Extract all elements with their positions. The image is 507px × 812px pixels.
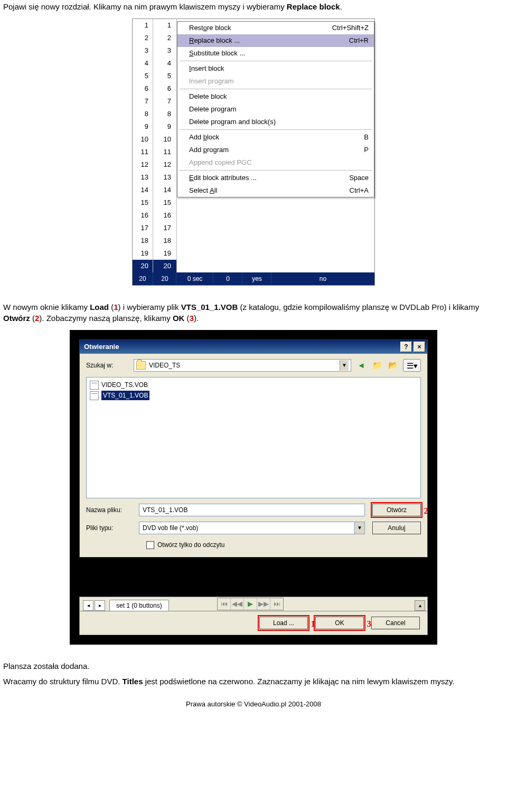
back-icon[interactable]: ◄ — [355, 359, 367, 371]
screenshot-context-menu: 1234567891011121314151617181920 12345678… — [132, 18, 375, 286]
mid-paragraph: W nowym oknie klikamy Load (1) i wybiera… — [3, 301, 504, 324]
tab-scroll-right[interactable]: ▸ — [95, 600, 105, 611]
readonly-checkbox[interactable] — [146, 541, 154, 549]
new-folder-icon[interactable]: 📂 — [387, 359, 399, 371]
readonly-label: Otwórz tylko do odczytu — [157, 541, 224, 550]
dialog-title: Otwieranie — [84, 342, 399, 352]
prev-icon[interactable]: ⏮ — [218, 598, 231, 610]
dialog-titlebar: Otwieranie ? × — [80, 340, 427, 354]
menu-select-all[interactable]: Select AllCtrl+A — [177, 184, 374, 197]
menu-substitute-block[interactable]: Substitute block ... — [177, 47, 374, 60]
lookin-label: Szukaj w: — [86, 361, 134, 370]
menu-restore-block[interactable]: Restore blockCtrl+Shift+Z — [177, 22, 374, 34]
menu-add-block[interactable]: Add blockB — [177, 131, 374, 144]
chevron-down-icon[interactable]: ▼ — [340, 360, 349, 371]
ffwd-icon[interactable]: ▶▶ — [257, 598, 270, 610]
filetype-combo[interactable]: DVD vob file (*.vob) ▼ — [139, 522, 365, 534]
menu-replace-block[interactable]: Replace block ...Ctrl+R — [177, 34, 374, 47]
rewind-icon[interactable]: ◀◀ — [231, 598, 244, 610]
filetype-label: Pliki typu: — [86, 524, 139, 533]
intro-bold: Replace block — [287, 2, 340, 11]
player-bar: ◂ ▸ set 1 (0 buttons) ⏮ ◀◀ ▶ ▶▶ ⏭ ▴ Load… — [79, 597, 428, 635]
cancel-button[interactable]: Cancel — [371, 617, 420, 629]
ok-button[interactable]: OK — [315, 617, 364, 629]
scrollbar-up-icon[interactable]: ▴ — [415, 600, 425, 611]
open-button[interactable]: Otwórz — [372, 504, 421, 516]
row-number-column-1: 1234567891011121314151617181920 — [133, 19, 153, 272]
intro-text: Pojawi się nowy rozdział. Klikamy na nim… — [3, 2, 285, 11]
lookin-value: VIDEO_TS — [149, 361, 340, 370]
ok-button-highlight: OK 3 — [315, 617, 364, 629]
next-icon[interactable]: ⏭ — [270, 598, 283, 610]
vcr-controls: ⏮ ◀◀ ▶ ▶▶ ⏭ — [217, 598, 284, 610]
views-icon[interactable]: ☰▾ — [403, 359, 421, 372]
cancel-button[interactable]: Anuluj — [372, 522, 421, 534]
file-row-selected[interactable]: VTS_01_1.VOB — [90, 390, 417, 401]
menu-insert-block[interactable]: Insert block — [177, 62, 374, 75]
annotation-2: 2 — [424, 505, 429, 517]
context-menu: Restore blockCtrl+Shift+Z Replace block … — [177, 21, 374, 197]
selected-row-data: 20 20 0 sec 0 yes no — [133, 272, 374, 285]
menu-delete-program[interactable]: Delete program — [177, 103, 374, 116]
load-button-highlight: Load ... 1 — [259, 617, 308, 629]
outro-p1: Plansza została dodana. — [3, 660, 504, 672]
file-list[interactable]: VIDEO_TS.VOB VTS_01_1.VOB — [86, 377, 421, 498]
intro-paragraph: Pojawi się nowy rozdział. Klikamy na nim… — [3, 1, 504, 12]
play-icon[interactable]: ▶ — [244, 598, 257, 610]
menu-edit-attributes[interactable]: Edit block attributes ...Space — [177, 172, 374, 184]
filename-label: Nazwa pliku: — [86, 506, 139, 515]
load-button[interactable]: Load ... — [259, 617, 308, 629]
outro-p2: Wracamy do struktury filmu DVD. Titles j… — [3, 676, 504, 687]
menu-delete-program-blocks[interactable]: Delete program and block(s) — [177, 116, 374, 128]
menu-insert-program: Insert program — [177, 75, 374, 88]
annotation-1: 1 — [311, 618, 316, 630]
folder-icon — [136, 361, 146, 370]
menu-delete-block[interactable]: Delete block — [177, 90, 374, 103]
filename-input[interactable] — [139, 504, 365, 516]
close-button[interactable]: × — [414, 342, 425, 352]
footer-copyright: Prawa autorskie © VideoAudio.pl 2001-200… — [3, 700, 504, 709]
chevron-down-icon[interactable]: ▼ — [354, 522, 364, 534]
lookin-combo[interactable]: VIDEO_TS ▼ — [134, 359, 351, 372]
file-icon — [90, 381, 99, 390]
open-button-highlight: Otwórz 2 — [372, 504, 421, 516]
screenshot-open-dialog: Otwieranie ? × Szukaj w: VIDEO_TS ▼ ◄ 📁 … — [70, 330, 437, 645]
tab-scroll-left[interactable]: ◂ — [83, 600, 93, 611]
tab-set1[interactable]: set 1 (0 buttons) — [109, 600, 169, 611]
file-row[interactable]: VIDEO_TS.VOB — [90, 380, 417, 390]
file-icon — [90, 391, 99, 400]
up-folder-icon[interactable]: 📁 — [371, 359, 383, 371]
help-button[interactable]: ? — [400, 342, 412, 352]
annotation-3: 3 — [367, 618, 372, 630]
open-file-dialog: Otwieranie ? × Szukaj w: VIDEO_TS ▼ ◄ 📁 … — [79, 339, 428, 558]
row-number-column-2: 1234567891011121314151617181920 — [153, 19, 177, 272]
menu-add-program[interactable]: Add programP — [177, 144, 374, 156]
menu-append-pgc: Append copied PGC — [177, 156, 374, 169]
